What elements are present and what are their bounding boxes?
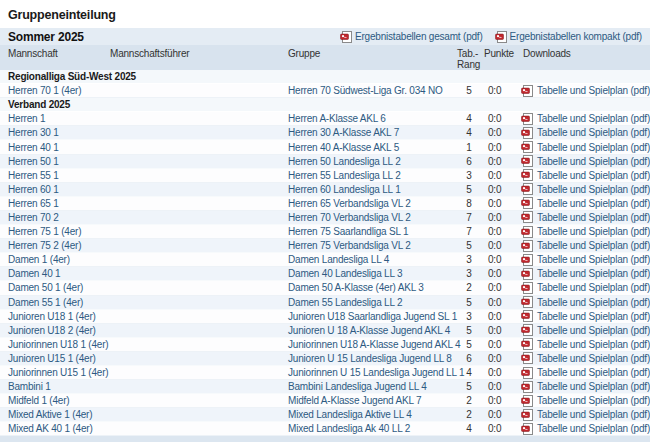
group-link[interactable]: Herren 70 Verbandsliga VL 2 (288, 212, 411, 223)
group-link[interactable]: Herren 75 Saarlandliga SL 1 (288, 226, 408, 237)
download-link[interactable]: Tabelle und Spielplan (pdf) (537, 325, 650, 336)
points-value: 0:0 (484, 311, 520, 322)
download-cell: Tabelle und Spielplan (pdf) (520, 395, 650, 407)
team-link[interactable]: Midfeld 1 (4er) (8, 395, 69, 406)
group-link[interactable]: Junioren U 15 Landesliga Jugend LL 8 (288, 353, 452, 364)
group-link[interactable]: Herren 50 Landesliga LL 2 (288, 156, 401, 167)
download-link[interactable]: Tabelle und Spielplan (pdf) (537, 198, 650, 209)
download-link[interactable]: Tabelle und Spielplan (pdf) (537, 212, 650, 223)
download-link[interactable]: Tabelle und Spielplan (pdf) (537, 297, 650, 308)
team-link[interactable]: Mixed AK 40 1 (4er) (8, 423, 93, 434)
download-link[interactable]: Tabelle und Spielplan (pdf) (537, 113, 650, 124)
group-link[interactable]: Junioren U18 Saarlandliga Jugend SL 1 (288, 311, 457, 322)
team-link[interactable]: Damen 50 1 (4er) (8, 282, 83, 293)
rank-value: 5 (454, 339, 484, 350)
team-link[interactable]: Junioren U18 1 (4er) (8, 311, 96, 322)
download-link[interactable]: Tabelle und Spielplan (pdf) (537, 85, 650, 96)
team-link[interactable]: Damen 40 1 (8, 268, 60, 279)
pdf-icon (521, 85, 533, 97)
group-link[interactable]: Herren 75 Verbandsliga VL 2 (288, 240, 411, 251)
team-link[interactable]: Juniorinnen U18 1 (4er) (8, 339, 108, 350)
download-link[interactable]: Tabelle und Spielplan (pdf) (537, 395, 650, 406)
download-link[interactable]: Tabelle und Spielplan (pdf) (537, 282, 650, 293)
group-link[interactable]: Herren A-Klasse AKL 6 (288, 113, 386, 124)
group-link[interactable]: Mixed Landesliga Ak 40 LL 2 (288, 423, 410, 434)
team-link[interactable]: Herren 50 1 (8, 156, 59, 167)
download-link[interactable]: Tabelle und Spielplan (pdf) (537, 268, 650, 279)
group-link[interactable]: Herren 30 A-Klasse AKL 7 (288, 127, 399, 138)
team-link[interactable]: Juniorinnen U15 1 (4er) (8, 367, 108, 378)
section-label: Verband 2025 (8, 99, 70, 110)
group-cell: Mixed Landesliga Ak 40 LL 2 (288, 423, 454, 434)
group-link[interactable]: Damen Landesliga LL 4 (288, 254, 389, 265)
group-cell: Herren 70 Südwest-Liga Gr. 034 NO (288, 85, 454, 96)
team-link[interactable]: Junioren U18 2 (4er) (8, 325, 96, 336)
rank-value: 5 (454, 240, 484, 251)
download-cell: Tabelle und Spielplan (pdf) (520, 324, 650, 336)
points-value: 0:0 (484, 339, 520, 350)
download-link[interactable]: Tabelle und Spielplan (pdf) (537, 142, 650, 153)
group-cell: Herren 55 Landesliga LL 2 (288, 170, 454, 181)
group-link[interactable]: Juniorinnen U18 A-Klasse Jugend AKL 4 (288, 339, 460, 350)
group-link[interactable]: Herren 40 A-Klasse AKL 5 (288, 142, 399, 153)
group-link[interactable]: Damen 55 Landesliga LL 2 (288, 297, 402, 308)
pdf-icon (521, 183, 533, 195)
group-cell: Herren 75 Saarlandliga SL 1 (288, 226, 454, 237)
results-tables-full-link[interactable]: Ergebnistabellen gesamt (pdf) (340, 31, 483, 43)
group-link[interactable]: Midfeld A-Klasse Jugend AKL 7 (288, 395, 421, 406)
download-link[interactable]: Tabelle und Spielplan (pdf) (537, 339, 650, 350)
group-link[interactable]: Junioren U 18 A-Klasse Jugend AKL 4 (288, 325, 450, 336)
download-link[interactable]: Tabelle und Spielplan (pdf) (537, 254, 650, 265)
group-cell: Herren 75 Verbandsliga VL 2 (288, 240, 454, 251)
points-value: 0:0 (484, 367, 520, 378)
column-header-downloads: Downloads (520, 48, 650, 59)
download-link[interactable]: Tabelle und Spielplan (pdf) (537, 156, 650, 167)
rank-value: 8 (454, 198, 484, 209)
group-link[interactable]: Juniorinnen U 15 Landesliga Jugend LL 1 (288, 367, 464, 378)
team-cell: Herren 70 1 (4er) (0, 85, 110, 96)
group-link[interactable]: Herren 55 Landesliga LL 2 (288, 170, 401, 181)
team-link[interactable]: Herren 30 1 (8, 127, 59, 138)
points-value: 0:0 (484, 297, 520, 308)
group-link[interactable]: Damen 50 A-Klasse (4er) AKL 3 (288, 282, 424, 293)
team-link[interactable]: Junioren U15 1 (4er) (8, 353, 96, 364)
download-link[interactable]: Tabelle und Spielplan (pdf) (537, 127, 650, 138)
group-link[interactable]: Bambini Landesliga Jugend LL 4 (288, 381, 427, 392)
team-link[interactable]: Herren 55 1 (8, 170, 59, 181)
table-row: Herren 50 1 Herren 50 Landesliga LL 2 6 … (0, 155, 650, 169)
group-link[interactable]: Herren 65 Verbandsliga VL 2 (288, 198, 411, 209)
download-link[interactable]: Tabelle und Spielplan (pdf) (537, 184, 650, 195)
team-link[interactable]: Herren 70 2 (8, 212, 59, 223)
team-link[interactable]: Herren 70 1 (4er) (8, 85, 81, 96)
team-link[interactable]: Damen 55 1 (4er) (8, 297, 83, 308)
points-value: 0:0 (484, 226, 520, 237)
download-link[interactable]: Tabelle und Spielplan (pdf) (537, 423, 650, 434)
download-link[interactable]: Tabelle und Spielplan (pdf) (537, 240, 650, 251)
group-link[interactable]: Herren 60 Landesliga LL 1 (288, 184, 401, 195)
team-link[interactable]: Herren 1 (8, 113, 45, 124)
team-link[interactable]: Herren 65 1 (8, 198, 59, 209)
results-tables-compact-link[interactable]: Ergebnistabellen kompakt (pdf) (495, 31, 642, 43)
team-cell: Herren 50 1 (0, 156, 110, 167)
team-link[interactable]: Herren 75 1 (4er) (8, 226, 81, 237)
team-link[interactable]: Damen 1 (4er) (8, 254, 70, 265)
group-link[interactable]: Mixed Landesliga Aktive LL 4 (288, 409, 412, 420)
download-link[interactable]: Tabelle und Spielplan (pdf) (537, 353, 650, 364)
team-link[interactable]: Herren 75 2 (4er) (8, 240, 81, 251)
group-link[interactable]: Damen 40 Landesliga LL 3 (288, 268, 402, 279)
team-link[interactable]: Mixed Aktive 1 (4er) (8, 409, 92, 420)
team-cell: Herren 65 1 (0, 198, 110, 209)
team-link[interactable]: Herren 40 1 (8, 142, 59, 153)
download-link[interactable]: Tabelle und Spielplan (pdf) (537, 409, 650, 420)
section-label: Regionalliga Süd-West 2025 (8, 71, 136, 82)
download-link[interactable]: Tabelle und Spielplan (pdf) (537, 311, 650, 322)
group-link[interactable]: Herren 70 Südwest-Liga Gr. 034 NO (288, 85, 443, 96)
download-link[interactable]: Tabelle und Spielplan (pdf) (537, 381, 650, 392)
column-header-gruppe: Gruppe (288, 48, 454, 59)
download-link[interactable]: Tabelle und Spielplan (pdf) (537, 226, 650, 237)
download-link[interactable]: Tabelle und Spielplan (pdf) (537, 367, 650, 378)
team-link[interactable]: Bambini 1 (8, 381, 51, 392)
team-link[interactable]: Herren 60 1 (8, 184, 59, 195)
team-cell: Herren 70 2 (0, 212, 110, 223)
download-link[interactable]: Tabelle und Spielplan (pdf) (537, 170, 650, 181)
